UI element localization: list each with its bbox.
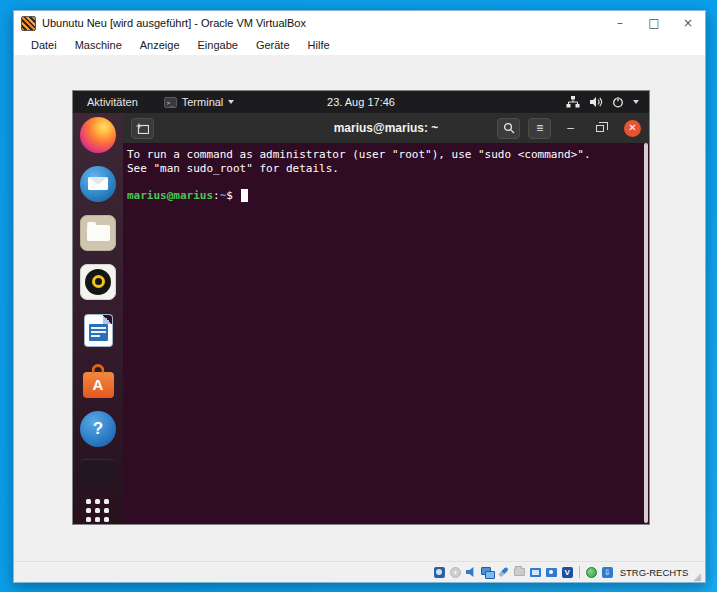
dock: A ? [73, 113, 123, 524]
terminal-minimize-button[interactable]: – [567, 121, 574, 135]
prompt-dollar: $ [226, 189, 239, 202]
gnome-top-bar: Aktivitäten >_ Terminal 23. Aug 17:46 [73, 91, 649, 113]
prompt-user-host: marius@marius [127, 189, 213, 202]
dock-item-ubuntu-software[interactable]: A [80, 361, 117, 398]
search-button[interactable] [497, 118, 520, 139]
show-applications-button[interactable] [86, 499, 110, 523]
menu-hilfe[interactable]: Hilfe [299, 37, 339, 53]
chevron-down-icon [633, 100, 639, 104]
terminal-output-line: See "man sudo_root" for details. [127, 162, 639, 176]
terminal-scrollbar[interactable] [644, 143, 648, 523]
hard-disks-icon[interactable] [433, 566, 446, 579]
vbox-status-bar: V ⇩ STRG-RECHTS ◢ [14, 561, 705, 582]
virtualbox-vm-icon [21, 16, 36, 31]
shared-folders-icon[interactable] [513, 566, 526, 579]
system-status-area[interactable] [566, 96, 639, 108]
clock[interactable]: 23. Aug 17:46 [327, 96, 395, 108]
terminal-title: marius@marius: ~ [334, 121, 439, 135]
dock-item-dark-tile[interactable] [80, 459, 116, 485]
terminal-output-line: To run a command as administrator (user … [127, 148, 639, 162]
menu-maschine[interactable]: Maschine [66, 37, 131, 53]
power-icon [612, 96, 624, 108]
menu-anzeige[interactable]: Anzeige [131, 37, 189, 53]
network-icon [566, 96, 580, 108]
virtualbox-window: Ubunutu Neu [wird ausgeführt] - Oracle V… [13, 10, 706, 583]
terminal-prompt: marius@marius:~$ [127, 189, 639, 203]
new-tab-button[interactable] [131, 118, 154, 139]
window-title: Ubunutu Neu [wird ausgeführt] - Oracle V… [42, 17, 603, 29]
dock-item-firefox[interactable] [80, 116, 117, 153]
dock-item-libreoffice-writer[interactable] [80, 312, 117, 349]
menu-datei[interactable]: Datei [22, 37, 66, 53]
features-icon[interactable]: V [561, 566, 574, 579]
prompt-colon: : [213, 189, 220, 202]
audio-icon[interactable] [465, 566, 478, 579]
terminal-header[interactable]: marius@marius: ~ ≡ – ✕ [123, 113, 649, 143]
activities-button[interactable]: Aktivitäten [83, 96, 142, 108]
focused-app-label: Terminal [182, 96, 224, 108]
terminal-close-button[interactable]: ✕ [624, 120, 641, 137]
close-icon: ✕ [628, 123, 636, 133]
terminal-restore-button[interactable] [596, 125, 604, 132]
close-button[interactable]: × [671, 11, 705, 35]
volume-icon [589, 96, 603, 108]
libreoffice-writer-icon [80, 313, 116, 349]
thunderbird-icon [80, 166, 116, 202]
network-adapters-icon[interactable] [481, 566, 494, 579]
recording-icon[interactable] [545, 566, 558, 579]
minimize-button[interactable]: – [603, 11, 637, 35]
terminal-window: marius@marius: ~ ≡ – ✕ [123, 113, 649, 524]
rhythmbox-icon [80, 264, 116, 300]
optical-drives-icon[interactable] [449, 566, 462, 579]
display-icon[interactable] [529, 566, 542, 579]
keyboard-capture-icon[interactable]: ⇩ [601, 566, 614, 579]
chevron-down-icon [228, 100, 234, 104]
resize-grip[interactable]: ◢ [693, 572, 702, 582]
vm-screen: Aktivitäten >_ Terminal 23. Aug 17:46 [73, 91, 649, 524]
titlebar[interactable]: Ubunutu Neu [wird ausgeführt] - Oracle V… [14, 11, 705, 35]
terminal-cursor [241, 189, 248, 202]
new-tab-icon [136, 123, 149, 134]
focused-app-menu[interactable]: >_ Terminal [164, 96, 235, 108]
menu-eingabe[interactable]: Eingabe [189, 37, 247, 53]
menubar: Datei Maschine Anzeige Eingabe Geräte Hi… [14, 35, 705, 55]
help-icon: ? [80, 411, 116, 447]
search-icon [503, 122, 515, 134]
mouse-integration-icon[interactable] [585, 566, 598, 579]
ubuntu-software-icon: A [80, 362, 116, 398]
status-divider [579, 566, 580, 578]
menu-geraete[interactable]: Geräte [247, 37, 299, 53]
hamburger-icon: ≡ [536, 121, 543, 135]
dock-item-rhythmbox[interactable] [80, 263, 117, 300]
host-key-label: STRG-RECHTS [620, 567, 689, 578]
files-icon [80, 215, 116, 251]
dock-item-thunderbird[interactable] [80, 165, 117, 202]
usb-devices-icon[interactable] [497, 566, 510, 579]
terminal-body[interactable]: To run a command as administrator (user … [123, 143, 649, 524]
terminal-app-icon: >_ [164, 97, 177, 108]
menu-button[interactable]: ≡ [528, 118, 551, 139]
dock-item-help[interactable]: ? [80, 410, 117, 447]
maximize-button[interactable]: □ [637, 11, 671, 35]
dock-item-files[interactable] [80, 214, 117, 251]
firefox-icon [80, 117, 116, 153]
